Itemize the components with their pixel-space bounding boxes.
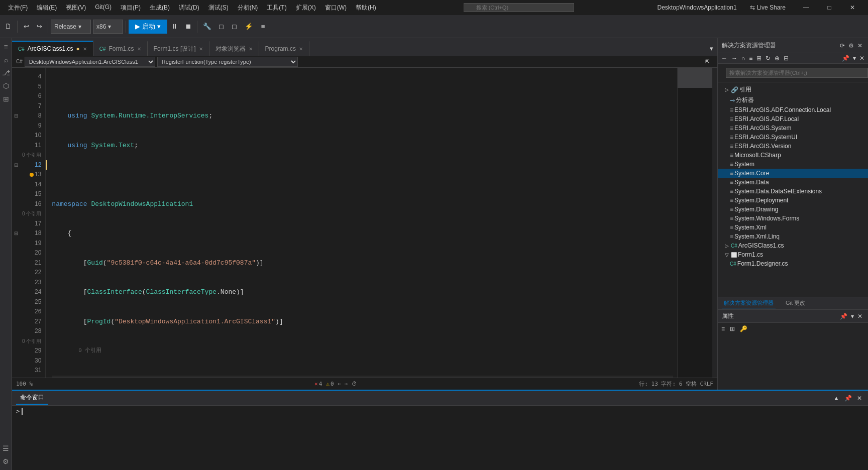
undo-btn[interactable]: ↩ <box>20 20 32 34</box>
tab-object-browser[interactable]: 对象浏览器 ✕ <box>209 41 259 56</box>
se-toolbar-x[interactable]: ✕ <box>858 54 866 62</box>
tree-item-ref2[interactable]: ≡ ESRI.ArcGIS.ADF.Local <box>718 114 868 124</box>
se-icon-settings[interactable]: ⚙ <box>847 42 855 50</box>
tab-scroll-btn[interactable]: ▾ <box>705 41 717 56</box>
menu-debug[interactable]: 调试(D) <box>175 2 203 14</box>
redo-btn[interactable]: ↪ <box>33 20 45 34</box>
tree-item-arcgisclass1[interactable]: ▷ C# ArcGISClass1.cs <box>718 241 868 250</box>
status-warnings[interactable]: ⚠ 0 <box>326 381 334 387</box>
window-controls[interactable]: — □ ✕ <box>795 0 864 15</box>
footer-tab-git[interactable]: Git 更改 <box>784 298 807 308</box>
tree-item-ref8[interactable]: ≡ System.Core <box>718 169 868 178</box>
tab-close-form1-design[interactable]: ✕ <box>199 46 203 52</box>
panel-btn-close[interactable]: ✕ <box>855 394 864 403</box>
panel-btn-pin[interactable]: 📌 <box>842 394 854 403</box>
tree-item-ref9[interactable]: ≡ System.Data <box>718 178 868 187</box>
tree-item-ref10[interactable]: ≡ System.Data.DataSetExtensions <box>718 187 868 196</box>
props-toolbar-category[interactable]: ⊞ <box>728 325 736 333</box>
tree-expand-form1[interactable]: ▽ <box>725 252 729 258</box>
tree-item-ref4[interactable]: ≡ ESRI.ArcGIS.SystemUI <box>718 133 868 142</box>
menu-tools[interactable]: 工具(T) <box>263 2 290 14</box>
tree-item-ref11[interactable]: ≡ System.Deployment <box>718 196 868 205</box>
tab-form1-design[interactable]: Form1.cs [设计] ✕ <box>148 41 209 56</box>
se-toolbar-home[interactable]: ⌂ <box>740 54 746 62</box>
collapse-btn-12[interactable]: ⊟ <box>12 160 20 170</box>
close-button[interactable]: ✕ <box>841 0 864 15</box>
status-errors[interactable]: ✕ 4 <box>314 381 322 387</box>
start-btn[interactable]: ▶ 启动 ▾ <box>129 20 167 34</box>
menu-view[interactable]: 视图(V) <box>62 2 90 14</box>
menu-git[interactable]: Git(G) <box>91 2 116 14</box>
tree-item-form1[interactable]: ▽ ⬜ Form1.cs <box>718 250 868 259</box>
props-icon-close[interactable]: ✕ <box>856 312 864 320</box>
activity-explorer[interactable]: ≡ <box>1 41 12 52</box>
se-icon-close[interactable]: ✕ <box>856 42 864 50</box>
se-toolbar-filter[interactable]: ⊞ <box>755 54 763 62</box>
se-toolbar-props[interactable]: ⊟ <box>782 54 790 62</box>
tab-close-form1[interactable]: ✕ <box>137 46 141 52</box>
se-toolbar-back[interactable]: ← <box>720 54 729 62</box>
tree-item-ref14[interactable]: ≡ System.Xml <box>718 223 868 232</box>
se-toolbar-addfile[interactable]: ⊕ <box>773 54 781 62</box>
tab-arcgisclass1[interactable]: C# ArcGISClass1.cs ● ✕ <box>12 41 93 56</box>
cmd-cursor[interactable] <box>22 408 23 415</box>
props-toolbar-key[interactable]: 🔑 <box>738 325 749 333</box>
code-content[interactable]: using System.Runtime.InteropServices; us… <box>46 68 677 378</box>
tree-item-ref1[interactable]: ≡ ESRI.ArcGIS.ADF.Connection.Local <box>718 105 868 114</box>
se-toolbar-chevron[interactable]: ▾ <box>851 54 857 62</box>
stop-btn[interactable]: ⏹ <box>182 20 194 34</box>
props-icon-pin[interactable]: 📌 <box>838 312 849 320</box>
tab-form1[interactable]: C# Form1.cs ✕ <box>93 41 148 56</box>
bottom-panel-content[interactable]: > <box>12 406 868 470</box>
zoom-level[interactable]: 100 % <box>16 381 33 387</box>
menu-build[interactable]: 生成(B) <box>146 2 174 14</box>
live-share-button[interactable]: ⇆ Live Share <box>745 3 791 12</box>
tab-program[interactable]: Program.cs ✕ <box>259 41 309 56</box>
menu-test[interactable]: 测试(S) <box>204 2 233 14</box>
toolbar-btn4[interactable]: ⚡ <box>242 20 256 34</box>
minimize-button[interactable]: — <box>795 0 818 15</box>
debug-btn[interactable]: ⏸ <box>168 20 181 34</box>
history-btn[interactable]: ⏱ <box>352 381 357 387</box>
props-toolbar-list[interactable]: ≡ <box>720 325 726 333</box>
se-toolbar-collapse[interactable]: ≡ <box>747 54 754 62</box>
tree-item-ref5[interactable]: ≡ ESRI.ArcGIS.Version <box>718 142 868 151</box>
nav-member-select[interactable]: RegisterFunction(Type registerType) <box>157 57 298 67</box>
solution-search-input[interactable] <box>726 68 868 78</box>
tree-item-references[interactable]: ▷ 🔗 引用 <box>718 84 868 95</box>
menu-bar[interactable]: 文件(F) 编辑(E) 视图(V) Git(G) 项目(P) 生成(B) 调试(… <box>4 2 380 14</box>
tree-expand-references[interactable]: ▷ <box>725 87 729 92</box>
menu-analyze[interactable]: 分析(N) <box>234 2 262 14</box>
se-toolbar-refresh[interactable]: ↻ <box>764 54 772 62</box>
config-dropdown[interactable]: Release ▾ <box>51 20 91 34</box>
tree-item-ref3[interactable]: ≡ ESRI.ArcGIS.System <box>718 124 868 133</box>
activity-bottom2[interactable]: ⚙ <box>1 456 12 467</box>
platform-dropdown[interactable]: x86 ▾ <box>93 20 123 34</box>
tree-item-ref7[interactable]: ≡ System <box>718 160 868 169</box>
activity-search[interactable]: ⌕ <box>1 54 12 65</box>
tab-close-arcgisclass1[interactable]: ✕ <box>83 46 87 52</box>
tree-expand-arcgisclass1[interactable]: ▷ <box>725 243 729 249</box>
se-toolbar-pin[interactable]: 📌 <box>840 54 851 62</box>
tree-item-form1-designer[interactable]: C# Form1.Designer.cs <box>718 259 868 268</box>
tree-item-ref12[interactable]: ≡ System.Drawing <box>718 205 868 214</box>
menu-edit[interactable]: 编辑(E) <box>33 2 61 14</box>
new-project-btn[interactable]: 🗋 <box>2 20 15 34</box>
footer-tab-solution[interactable]: 解决方案资源管理器 <box>722 298 776 308</box>
toolbar-btn3[interactable]: ◻ <box>229 20 241 34</box>
nav-class-select[interactable]: DesktopWindowsApplication1.ArcGISClass1 <box>25 57 155 67</box>
props-icon-arrow[interactable]: ▾ <box>849 312 855 320</box>
global-search-input[interactable] <box>464 3 574 12</box>
nav-expand-btn[interactable]: ⇱ <box>701 57 713 67</box>
tree-item-ref13[interactable]: ≡ System.Windows.Forms <box>718 214 868 223</box>
tree-item-ref6[interactable]: ≡ Microsoft.CSharp <box>718 151 868 160</box>
panel-btn-up[interactable]: ▲ <box>831 394 841 403</box>
activity-debug[interactable]: ⬡ <box>1 80 12 91</box>
collapse-btn-17[interactable]: ⊟ <box>12 228 20 239</box>
activity-extensions[interactable]: ⊞ <box>1 93 12 104</box>
maximize-button[interactable]: □ <box>818 0 841 15</box>
menu-project[interactable]: 项目(P) <box>117 2 145 14</box>
cmd-panel-tab[interactable]: 命令窗口 <box>16 391 48 405</box>
toolbar-btn2[interactable]: ◻ <box>215 20 228 34</box>
toolbar-btn1[interactable]: 🔧 <box>200 20 214 34</box>
